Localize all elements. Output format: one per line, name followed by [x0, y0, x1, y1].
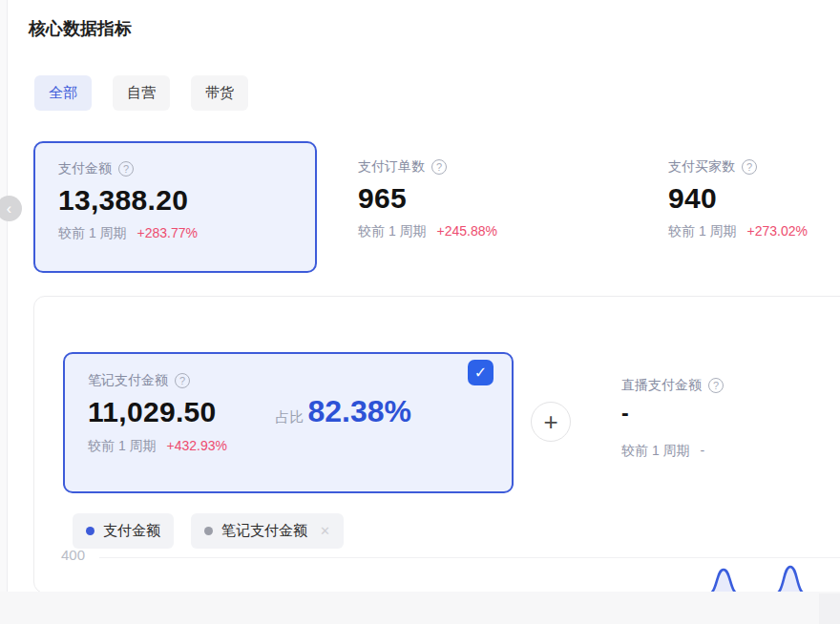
- chart-legend: 支付金额 笔记支付金额 ✕: [73, 513, 344, 549]
- legend-payment-amount[interactable]: 支付金额: [73, 513, 174, 549]
- add-metric-button[interactable]: +: [531, 402, 571, 442]
- help-icon[interactable]: ?: [118, 161, 134, 177]
- legend-label: 笔记支付金额: [221, 522, 307, 540]
- legend-dot-gray: [204, 527, 213, 535]
- metric-card-paid-orders[interactable]: 支付订单数 ? 965 较前 1 周期 +245.88%: [358, 158, 497, 240]
- legend-note-payment[interactable]: 笔记支付金额 ✕: [191, 513, 344, 549]
- ratio-group: 占比 82.38%: [276, 394, 412, 429]
- metric-card-paid-buyers[interactable]: 支付买家数 ? 940 较前 1 周期 +273.02%: [668, 158, 840, 240]
- value-row: 11,029.50 占比 82.38%: [88, 389, 489, 429]
- metric-label-row: 支付金额 ?: [58, 160, 292, 177]
- carousel-prev-button[interactable]: ‹: [0, 196, 22, 221]
- bottom-band: [0, 592, 840, 624]
- close-icon[interactable]: ✕: [320, 524, 330, 538]
- help-icon[interactable]: ?: [708, 378, 724, 393]
- change-value: +283.77%: [136, 225, 197, 240]
- note-payment-card[interactable]: ✓ 笔记支付金额 ? 11,029.50 占比 82.38% 较前 1 周期 +…: [63, 352, 514, 493]
- compare-label: 较前 1 周期: [358, 223, 427, 239]
- change-value: +273.02%: [746, 223, 807, 239]
- metric-label-row: 直播支付金额 ?: [621, 377, 724, 394]
- metric-label: 支付订单数: [358, 158, 425, 176]
- metric-label: 笔记支付金额: [88, 372, 168, 389]
- compare-label: 较前 1 周期: [88, 438, 157, 453]
- legend-dot-blue: [86, 527, 94, 535]
- metric-compare-row: 较前 1 周期 +283.77%: [58, 225, 292, 242]
- metric-value: -: [621, 401, 724, 426]
- help-icon[interactable]: ?: [431, 159, 447, 175]
- dashboard-page: 核心数据指标 全部 自营 带货 ‹ 支付金额 ? 13,388.20 较前 1 …: [0, 0, 840, 624]
- metric-value: 965: [358, 182, 497, 215]
- metric-label-row: 支付订单数 ?: [358, 158, 497, 176]
- page-left-gutter: [0, 0, 8, 593]
- metric-value: 11,029.50: [88, 396, 217, 428]
- metric-label: 支付金额: [58, 160, 112, 177]
- scrollbar-corner: [819, 593, 840, 624]
- trend-line-chart: [664, 560, 840, 594]
- ratio-label: 占比: [276, 408, 304, 426]
- plus-icon: +: [543, 407, 557, 436]
- chevron-left-icon: ‹: [7, 200, 11, 217]
- y-axis-tick: 400: [61, 547, 85, 563]
- metric-compare-row: 较前 1 周期 +273.02%: [668, 223, 840, 240]
- metric-compare-row: 较前 1 周期 -: [621, 443, 724, 460]
- help-icon[interactable]: ?: [742, 159, 757, 175]
- tab-affiliate[interactable]: 带货: [191, 75, 248, 111]
- change-value: +432.93%: [166, 438, 226, 453]
- ratio-value: 82.38%: [308, 394, 412, 429]
- change-value: -: [700, 443, 704, 458]
- trend-panel: ✓ 笔记支付金额 ? 11,029.50 占比 82.38% 较前 1 周期 +…: [33, 296, 840, 593]
- metric-compare-row: 较前 1 周期 +432.93%: [88, 438, 489, 455]
- change-value: +245.88%: [436, 223, 496, 239]
- page-title: 核心数据指标: [29, 17, 132, 40]
- metric-card-payment-amount[interactable]: 支付金额 ? 13,388.20 较前 1 周期 +283.77%: [33, 141, 317, 273]
- metric-value: 940: [668, 182, 840, 215]
- compare-label: 较前 1 周期: [668, 223, 737, 239]
- legend-label: 支付金额: [103, 522, 160, 540]
- compare-label: 较前 1 周期: [58, 225, 127, 240]
- scope-tabs: 全部 自营 带货: [34, 75, 248, 111]
- metric-label-row: 笔记支付金额 ?: [88, 372, 489, 389]
- live-payment-card[interactable]: 直播支付金额 ? - 较前 1 周期 -: [621, 377, 724, 460]
- compare-label: 较前 1 周期: [621, 443, 690, 458]
- metric-value: 13,388.20: [58, 184, 292, 217]
- help-icon[interactable]: ?: [175, 373, 190, 388]
- checkbox-checked-icon[interactable]: ✓: [468, 360, 494, 385]
- metric-compare-row: 较前 1 周期 +245.88%: [358, 223, 497, 240]
- metric-label: 直播支付金额: [621, 377, 702, 394]
- metric-label-row: 支付买家数 ?: [668, 158, 840, 176]
- tab-all[interactable]: 全部: [34, 75, 92, 111]
- metric-label: 支付买家数: [668, 158, 735, 176]
- tab-self-operated[interactable]: 自营: [113, 75, 170, 111]
- chart-gridline: [99, 557, 840, 558]
